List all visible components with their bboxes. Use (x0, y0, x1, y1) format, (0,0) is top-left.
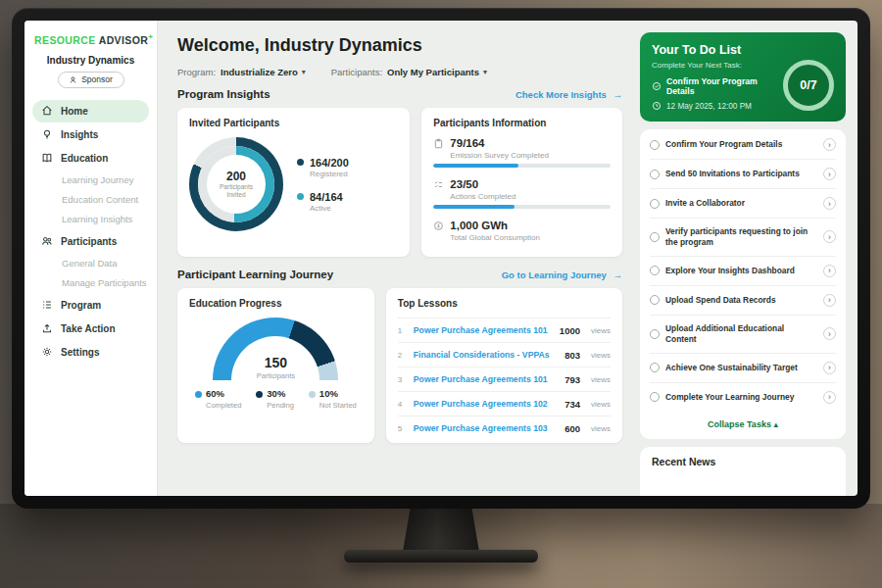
participants-filter-value: Only My Participants (387, 67, 479, 77)
lesson-link[interactable]: Power Purchase Agreements 101 (414, 374, 557, 384)
home-icon (41, 105, 53, 117)
progress-fill (433, 164, 518, 168)
task-row-achieve-target[interactable]: Achieve One Sustainability Target › (650, 354, 836, 383)
chevron-right-icon[interactable]: › (823, 327, 836, 340)
sidebar-item-participants[interactable]: Participants (32, 230, 149, 253)
lesson-views-unit: views (591, 375, 611, 384)
program-filter[interactable]: Program: Industrialize Zero ▾ (177, 67, 306, 77)
caret-up-icon: ▴ (773, 419, 778, 429)
lesson-views: 793 (564, 374, 580, 385)
brand-secondary: ADVISOR (99, 34, 149, 46)
task-checkbox[interactable] (650, 232, 660, 242)
program-icon (41, 299, 53, 311)
task-checkbox[interactable] (650, 329, 660, 339)
link-label: Go to Learning Journey (502, 270, 607, 280)
sidebar-item-learning-journey[interactable]: Learning Journey (32, 171, 149, 190)
top-lessons-card: Top Lessons 1 Power Purchase Agreements … (386, 288, 622, 443)
sidebar-item-general-data[interactable]: General Data (32, 254, 149, 273)
task-label: Achieve One Sustainability Target (665, 363, 817, 373)
lesson-link[interactable]: Financial Considerations - VPPAs (414, 350, 557, 360)
chevron-right-icon[interactable]: › (823, 391, 836, 404)
sidebar-item-label: Home (61, 106, 88, 117)
lesson-rank: 4 (398, 400, 406, 409)
stat-label: Emission Survey Completed (450, 151, 611, 160)
lesson-link[interactable]: Power Purchase Agreements 103 (414, 423, 557, 433)
stat-value: 1,000 GWh (450, 220, 508, 231)
chevron-right-icon[interactable]: › (823, 168, 836, 180)
sidebar-item-education[interactable]: Education (32, 147, 149, 170)
task-checkbox[interactable] (650, 392, 660, 402)
todo-task-list: Confirm Your Program Details › Send 50 I… (640, 129, 846, 439)
sidebar-item-education-content[interactable]: Education Content (32, 190, 149, 210)
task-label: Invite a Collaborator (665, 198, 817, 209)
collapse-tasks-label: Collapse Tasks (708, 419, 771, 429)
legend-item-pending: 30%Pending (256, 389, 294, 410)
sidebar-item-home[interactable]: Home (32, 100, 149, 122)
legend-value: 60% (206, 389, 241, 399)
collapse-tasks-link[interactable]: Collapse Tasks ▴ (650, 412, 836, 438)
invited-legend: 164/200 Registered 84/164 Active (297, 157, 349, 213)
card-title: Invited Participants (189, 118, 398, 128)
program-filter-label: Program: (177, 67, 216, 77)
task-row-send-invitations[interactable]: Send 50 Invitations to Participants › (650, 160, 836, 189)
lesson-views-unit: views (591, 424, 611, 433)
participants-filter[interactable]: Participants: Only My Participants ▾ (331, 67, 487, 77)
monitor-stand-base (344, 550, 538, 563)
chevron-down-icon: ▾ (483, 68, 487, 76)
task-row-complete-learning-journey[interactable]: Complete Your Learning Journey › (650, 383, 836, 412)
chevron-right-icon[interactable]: › (823, 265, 836, 277)
todo-panel: Your To Do List Complete Your Next Task:… (638, 21, 858, 496)
task-checkbox[interactable] (650, 199, 660, 209)
todo-next-task-label: Confirm Your Program Details (666, 76, 775, 96)
go-to-learning-journey-link[interactable]: Go to Learning Journey → (502, 270, 622, 280)
actions-progress-bar (433, 205, 611, 209)
sidebar-item-program[interactable]: Program (32, 294, 149, 317)
invited-donut-area: 200 Participants Invited 164/200 (189, 137, 398, 231)
task-row-invite-collaborator[interactable]: Invite a Collaborator › (650, 189, 836, 219)
legend-value: 164/200 (310, 157, 349, 169)
chevron-right-icon[interactable]: › (823, 362, 836, 374)
lesson-views-unit: views (591, 351, 611, 360)
task-checkbox[interactable] (650, 140, 660, 150)
task-checkbox[interactable] (650, 295, 660, 305)
task-row-explore-insights[interactable]: Explore Your Insights Dashboard › (650, 257, 836, 286)
education-gauge-area: 150 Participants 60%Completed 30 (189, 318, 363, 410)
chevron-right-icon[interactable]: › (823, 294, 836, 307)
lesson-link[interactable]: Power Purchase Agreements 101 (414, 325, 552, 335)
task-checkbox[interactable] (650, 266, 660, 275)
chevron-right-icon[interactable]: › (823, 138, 836, 151)
monitor-stand-neck (403, 507, 479, 552)
gauge-center-label: Participants (257, 371, 295, 380)
invited-participants-card: Invited Participants 200 Participants In… (177, 108, 410, 257)
task-row-confirm-program[interactable]: Confirm Your Program Details › (650, 130, 836, 160)
todo-due-label: 12 May 2025, 12:00 PM (666, 102, 752, 111)
task-checkbox[interactable] (650, 170, 660, 179)
page-title: Welcome, Industry Dynamics (177, 35, 622, 56)
sidebar-item-insights[interactable]: Insights (32, 123, 149, 146)
energy-icon (433, 220, 444, 231)
sidebar-item-take-action[interactable]: Take Action (32, 318, 149, 340)
lesson-link[interactable]: Power Purchase Agreements 102 (414, 399, 557, 409)
task-row-verify-participants[interactable]: Verify participants requesting to join t… (650, 219, 836, 257)
legend-dot (297, 193, 304, 200)
chevron-right-icon[interactable]: › (823, 230, 836, 243)
task-row-upload-educational-content[interactable]: Upload Additional Educational Content › (650, 316, 836, 354)
task-checkbox[interactable] (650, 363, 660, 372)
lesson-row: 4 Power Purchase Agreements 102 734 view… (398, 391, 611, 416)
learning-journey-header: Participant Learning Journey Go to Learn… (177, 269, 622, 280)
sponsor-badge-label: Sponsor (81, 74, 113, 84)
arrow-right-icon: → (613, 270, 623, 280)
donut-center-value: 200 (226, 170, 246, 183)
legend-label: Registered (310, 170, 349, 178)
todo-next-task: Confirm Your Program Details (652, 76, 775, 96)
sidebar-item-settings[interactable]: Settings (32, 341, 149, 364)
brand-plus: + (148, 32, 153, 41)
sponsor-badge[interactable]: Sponsor (58, 72, 124, 88)
task-label: Send 50 Invitations to Participants (665, 169, 817, 179)
check-more-insights-link[interactable]: Check More Insights → (515, 89, 622, 100)
sidebar-item-learning-insights[interactable]: Learning Insights (32, 210, 149, 229)
chevron-right-icon[interactable]: › (823, 197, 836, 210)
task-row-upload-spend-data[interactable]: Upload Spend Data Records › (650, 286, 836, 316)
sidebar-item-manage-participants[interactable]: Manage Participants (32, 273, 149, 293)
legend-dot (297, 159, 304, 166)
